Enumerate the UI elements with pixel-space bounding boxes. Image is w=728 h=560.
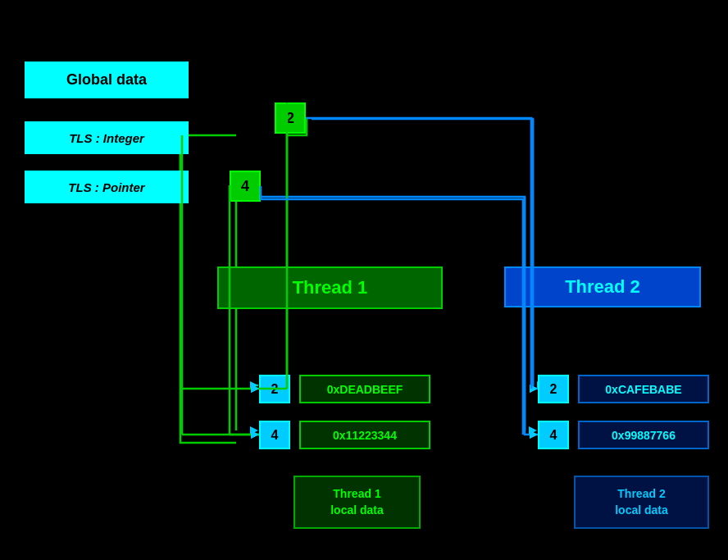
thread1-value2: 0x11223344 — [299, 421, 430, 449]
svg-marker-8 — [530, 385, 538, 393]
thread1-index-4: 4 — [259, 421, 290, 449]
thread2-value2: 0x99887766 — [578, 421, 709, 449]
global-data-label: Global data — [66, 71, 147, 89]
tls-integer-label: TLS : Integer — [69, 131, 144, 145]
tls-integer-box: TLS : Integer — [25, 121, 189, 154]
svg-marker-4 — [251, 385, 259, 393]
diagram: Global data TLS : Integer TLS : Pointer … — [0, 0, 728, 560]
thread1-index-2: 2 — [259, 375, 290, 403]
svg-marker-3 — [529, 426, 537, 435]
offset-2-top: 2 — [275, 102, 306, 134]
thread2-label: Thread 2 — [565, 276, 640, 298]
thread1-value1: 0xDEADBEEF — [299, 375, 430, 403]
svg-marker-1 — [250, 426, 258, 435]
svg-marker-7 — [530, 430, 538, 439]
thread2-box: Thread 2 — [504, 266, 701, 307]
svg-marker-11 — [251, 385, 259, 393]
thread1-label: Thread 1 — [293, 277, 368, 298]
thread2-local-data: Thread 2local data — [574, 476, 709, 529]
svg-marker-5 — [251, 430, 259, 439]
thread2-value1: 0xCAFEBABE — [578, 375, 709, 403]
svg-marker-9 — [530, 430, 538, 439]
thread2-index-4: 4 — [538, 421, 569, 449]
svg-marker-6 — [530, 385, 538, 393]
thread2-local-data-label: Thread 2local data — [615, 486, 668, 518]
thread2-index-2: 2 — [538, 375, 569, 403]
thread1-local-data-label: Thread 1local data — [330, 486, 384, 518]
offset-4-top: 4 — [230, 171, 261, 202]
global-data-box: Global data — [25, 61, 189, 98]
svg-marker-10 — [251, 430, 259, 439]
svg-marker-0 — [250, 381, 258, 389]
thread1-local-data: Thread 1local data — [293, 476, 421, 529]
tls-pointer-label: TLS : Pointer — [68, 180, 144, 194]
tls-pointer-box: TLS : Pointer — [25, 171, 189, 203]
thread1-box: Thread 1 — [217, 266, 443, 309]
